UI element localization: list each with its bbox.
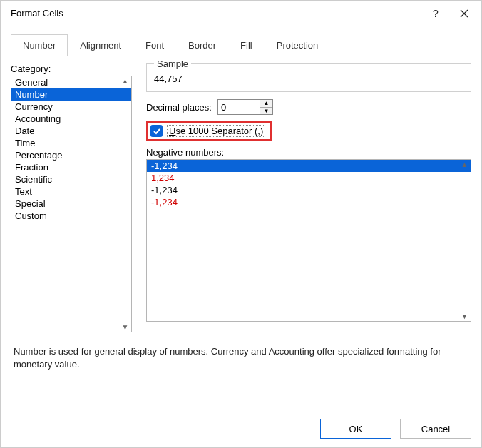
scroll-down-icon[interactable]: ▼ — [459, 312, 470, 320]
list-item[interactable]: Custom — [11, 210, 131, 222]
list-item[interactable]: Fraction — [11, 161, 131, 173]
window-title: Format Cells — [11, 8, 421, 19]
list-item[interactable]: -1,234 — [147, 184, 471, 196]
highlight-annotation: Use 1000 Separator (,) — [146, 121, 272, 141]
close-icon — [460, 9, 468, 18]
scrollbar[interactable]: ▲ ▼ — [459, 161, 470, 320]
scroll-up-icon[interactable]: ▲ — [459, 161, 470, 168]
checkmark-icon — [153, 127, 161, 136]
help-button[interactable]: ? — [421, 2, 450, 25]
list-item[interactable]: Date — [11, 125, 131, 137]
category-label: Category: — [11, 63, 146, 74]
tab-font[interactable]: Font — [133, 34, 176, 56]
list-item[interactable]: -1,234 — [147, 196, 471, 208]
list-item[interactable]: General — [11, 76, 131, 88]
titlebar: Format Cells ? — [1, 1, 481, 26]
tab-border[interactable]: Border — [176, 34, 228, 56]
thousands-separator-checkbox[interactable] — [150, 125, 163, 137]
list-item[interactable]: Number — [11, 88, 131, 101]
description-text: Number is used for general display of nu… — [1, 332, 481, 370]
scrollbar[interactable]: ▲ ▼ — [120, 77, 130, 331]
scroll-down-icon[interactable]: ▼ — [120, 323, 130, 331]
cancel-button[interactable]: Cancel — [400, 419, 471, 439]
tabstrip: NumberAlignmentFontBorderFillProtection — [11, 34, 471, 56]
list-item[interactable]: Text — [11, 185, 131, 198]
tab-alignment[interactable]: Alignment — [68, 34, 133, 56]
tab-fill[interactable]: Fill — [228, 34, 265, 56]
category-listbox[interactable]: GeneralNumberCurrencyAccountingDateTimeP… — [11, 76, 132, 332]
list-item[interactable]: Currency — [11, 101, 131, 113]
sample-group: Sample 44,757 — [146, 63, 471, 92]
list-item[interactable]: Special — [11, 198, 131, 210]
decimal-places-stepper[interactable]: ▲ ▼ — [217, 99, 273, 115]
spinner-up-icon[interactable]: ▲ — [260, 100, 272, 108]
content-area: Category: GeneralNumberCurrencyAccountin… — [1, 56, 481, 332]
sample-value: 44,757 — [154, 73, 463, 84]
spinner-down-icon[interactable]: ▼ — [260, 108, 272, 115]
list-item[interactable]: -1,234 — [147, 160, 471, 172]
ok-button[interactable]: OK — [320, 419, 391, 439]
list-item[interactable]: Accounting — [11, 113, 131, 125]
negative-numbers-listbox[interactable]: -1,2341,234-1,234-1,234 ▲ ▼ — [146, 159, 471, 322]
decimal-places-input[interactable] — [218, 100, 260, 114]
list-item[interactable]: Percentage — [11, 149, 131, 161]
list-item[interactable]: 1,234 — [147, 172, 471, 184]
sample-legend: Sample — [154, 58, 191, 69]
list-item[interactable]: Time — [11, 137, 131, 149]
decimal-places-label: Decimal places: — [146, 102, 217, 113]
tab-number[interactable]: Number — [11, 34, 68, 56]
thousands-separator-label: Use 1000 Separator (,) — [167, 125, 265, 137]
tab-protection[interactable]: Protection — [265, 34, 331, 56]
negative-numbers-label: Negative numbers: — [146, 147, 471, 158]
close-button[interactable] — [450, 2, 478, 25]
scroll-up-icon[interactable]: ▲ — [120, 77, 130, 85]
list-item[interactable]: Scientific — [11, 173, 131, 185]
format-cells-dialog: Format Cells ? NumberAlignmentFontBorder… — [0, 0, 482, 448]
